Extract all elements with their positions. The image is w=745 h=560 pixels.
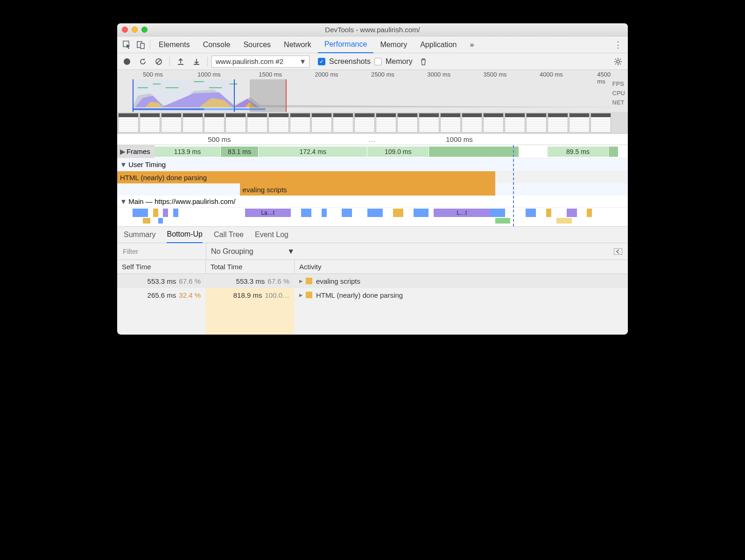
memory-label: Memory [384, 57, 415, 66]
subtab-summary[interactable]: Summary [124, 226, 155, 243]
caret-down-icon: ▼ [299, 57, 306, 65]
screenshot-thumb[interactable] [483, 113, 504, 133]
expand-icon[interactable]: ▶ [120, 147, 127, 156]
screenshot-thumb[interactable] [376, 113, 396, 133]
user-timing-bar[interactable]: HTML (nearly) done parsing [117, 171, 495, 183]
main-thread-header[interactable]: ▼ Main — https://www.paulirish.com/ [117, 196, 628, 208]
filter-input[interactable] [117, 247, 206, 255]
user-timing-header[interactable]: ▼ User Timing [117, 158, 628, 171]
subtab-bottom-up[interactable]: Bottom-Up [167, 226, 202, 243]
screenshot-thumb[interactable] [225, 113, 246, 133]
screenshot-thumb[interactable] [247, 113, 267, 133]
expand-icon[interactable]: ▸ [299, 291, 304, 299]
screenshot-thumb[interactable] [548, 113, 568, 133]
tab-performance[interactable]: Performance [318, 36, 374, 53]
frame-segment[interactable] [429, 147, 519, 157]
ruler-ellipsis: … [369, 135, 377, 143]
table-row[interactable]: 265.6 ms 32.4 % 818.9 ms100.0… ▸HTML (ne… [117, 288, 628, 302]
col-self-time[interactable]: Self Time [117, 260, 206, 273]
reload-record-button[interactable] [136, 55, 150, 68]
grouping-select[interactable]: No Grouping ▼ [206, 243, 299, 259]
screenshot-thumb[interactable] [183, 113, 203, 133]
timeline-overview[interactable]: 500 ms 1000 ms 1500 ms 2000 ms 2500 ms 3… [117, 70, 628, 134]
user-timing-bar[interactable]: evaling scripts [240, 183, 495, 196]
inspect-icon[interactable] [120, 38, 134, 51]
tab-console[interactable]: Console [197, 36, 237, 53]
fps-label: FPS [612, 79, 625, 89]
svg-line-12 [615, 59, 616, 60]
collapse-icon[interactable]: ▼ [120, 161, 127, 168]
record-button[interactable] [120, 55, 134, 68]
filter-bar: No Grouping ▼ [117, 243, 628, 260]
tab-elements[interactable]: Elements [152, 36, 197, 53]
col-total-time[interactable]: Total Time [206, 260, 295, 273]
screenshot-thumb[interactable] [590, 113, 611, 133]
tab-sources[interactable]: Sources [237, 36, 277, 53]
frames-label[interactable]: ▶ Frames [117, 145, 155, 158]
svg-point-7 [617, 60, 619, 63]
screenshot-thumb[interactable] [419, 113, 439, 133]
ruler-tick: 4000 ms [540, 71, 563, 78]
screenshot-strip[interactable] [117, 112, 628, 133]
cpu-label: CPU [612, 89, 625, 98]
ruler-tick: 500 ms [208, 135, 231, 143]
svg-line-4 [157, 60, 161, 63]
overview-labels: FPS CPU NET [612, 79, 625, 107]
save-profile-icon[interactable] [190, 55, 204, 68]
frames-row[interactable]: ▶ Frames 113.9 ms 83.1 ms 172.4 ms 109.0… [117, 145, 628, 158]
frame-segment[interactable] [609, 147, 618, 157]
expand-icon[interactable]: ▸ [299, 277, 304, 285]
screenshot-thumb[interactable] [569, 113, 590, 133]
ruler-tick: 1000 ms [446, 135, 473, 143]
caret-down-icon: ▼ [287, 247, 295, 256]
screenshot-thumb[interactable] [290, 113, 310, 133]
tab-memory[interactable]: Memory [373, 36, 414, 53]
screenshot-thumb[interactable] [311, 113, 332, 133]
svg-line-13 [620, 63, 621, 64]
screenshot-thumb[interactable] [204, 113, 225, 133]
screenshot-thumb[interactable] [505, 113, 525, 133]
gc-icon[interactable] [416, 55, 430, 68]
screenshot-thumb[interactable] [397, 113, 418, 133]
clear-button[interactable] [152, 55, 166, 68]
tab-application[interactable]: Application [414, 36, 463, 53]
frame-segment[interactable]: 83.1 ms [221, 147, 259, 157]
col-activity[interactable]: Activity [295, 260, 628, 273]
overview-selection[interactable] [133, 79, 235, 112]
ruler-tick: 2500 ms [371, 71, 394, 78]
recording-select[interactable]: www.paulirish.com #2 ▼ [211, 56, 309, 68]
frame-segment[interactable]: 89.5 ms [548, 147, 609, 157]
screenshot-thumb[interactable] [526, 113, 547, 133]
svg-line-14 [615, 63, 616, 64]
tabs-overflow[interactable]: » [463, 36, 480, 53]
screenshot-thumb[interactable] [268, 113, 289, 133]
tab-network[interactable]: Network [277, 36, 318, 53]
screenshots-checkbox[interactable]: ✓ [318, 58, 325, 65]
memory-checkbox[interactable] [374, 58, 382, 65]
load-profile-icon[interactable] [174, 55, 188, 68]
collapse-icon[interactable]: ▼ [120, 197, 127, 205]
separator [169, 57, 170, 66]
flame-ruler[interactable]: 500 ms 1000 ms … [117, 134, 628, 145]
frame-segment[interactable]: 113.9 ms [155, 147, 221, 157]
frame-segment[interactable]: 172.4 ms [259, 147, 367, 157]
table-row[interactable]: 553.3 ms 67.6 % 553.3 ms 67.6 % ▸evaling… [117, 274, 628, 288]
screenshot-thumb[interactable] [333, 113, 353, 133]
overview-graphs: FPS CPU NET [117, 79, 628, 112]
subtab-call-tree[interactable]: Call Tree [214, 226, 244, 243]
subtab-event-log[interactable]: Event Log [255, 226, 288, 243]
settings-icon[interactable] [611, 55, 625, 68]
frame-segment[interactable]: 109.0 ms [367, 147, 429, 157]
svg-rect-2 [141, 43, 144, 49]
menu-icon[interactable]: ⋮ [611, 40, 625, 50]
user-timing-label: User Timing [128, 161, 166, 168]
screenshot-thumb[interactable] [118, 113, 139, 133]
screenshot-thumb[interactable] [462, 113, 482, 133]
screenshot-thumb[interactable] [440, 113, 461, 133]
flame-chart[interactable]: La…t L…t [117, 208, 628, 226]
screenshot-thumb[interactable] [161, 113, 182, 133]
heaviest-stack-icon[interactable] [614, 248, 628, 255]
screenshot-thumb[interactable] [140, 113, 160, 133]
screenshot-thumb[interactable] [354, 113, 375, 133]
device-toolbar-icon[interactable] [134, 38, 148, 51]
